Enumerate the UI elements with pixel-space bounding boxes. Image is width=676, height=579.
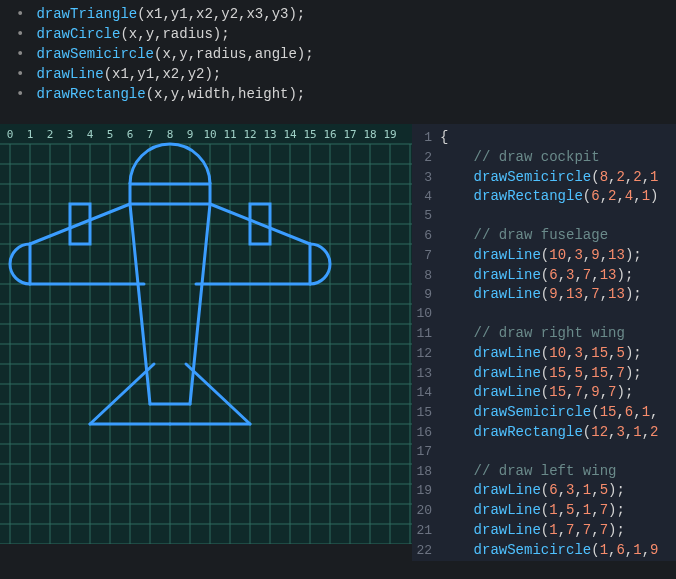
line-content: // draw fuselage — [440, 226, 608, 245]
ruler-label: 12 — [243, 128, 256, 141]
line-content: drawLine(10,3,9,13); — [440, 246, 642, 265]
api-fn-name: drawRectangle — [36, 86, 145, 102]
line-number: 1 — [412, 129, 440, 148]
ruler-label: 8 — [167, 128, 174, 141]
line-content: drawLine(10,3,15,5); — [440, 344, 642, 363]
line-number: 16 — [412, 424, 440, 443]
api-fn-signature: (x1,y1,x2,y2); — [104, 66, 222, 82]
line-content: // draw cockpit — [440, 148, 600, 167]
ruler-label: 1 — [27, 128, 34, 141]
line-content: drawLine(6,3,7,13); — [440, 266, 633, 285]
code-line[interactable]: 15 drawSemicircle(15,6,1, — [412, 403, 676, 423]
code-line[interactable]: 7 drawLine(10,3,9,13); — [412, 246, 676, 266]
api-item: drawRectangle(x,y,width,height); — [10, 84, 666, 104]
code-line[interactable]: 11 // draw right wing — [412, 324, 676, 344]
code-line[interactable]: 1{ — [412, 128, 676, 148]
line-number: 10 — [412, 305, 440, 324]
ruler-label: 15 — [303, 128, 316, 141]
line-content: drawLine(6,3,1,5); — [440, 481, 625, 500]
line-content: drawRectangle(6,2,4,1) — [440, 187, 658, 206]
api-item: drawLine(x1,y1,x2,y2); — [10, 64, 666, 84]
line-content: drawLine(15,7,9,7); — [440, 383, 633, 402]
ruler-label: 3 — [67, 128, 74, 141]
api-fn-signature: (x1,y1,x2,y2,x3,y3); — [137, 6, 305, 22]
line-number: 12 — [412, 345, 440, 364]
line-content: drawLine(1,7,7,7); — [440, 521, 625, 540]
line-number: 22 — [412, 542, 440, 561]
api-item: drawCircle(x,y,radius); — [10, 24, 666, 44]
line-number: 7 — [412, 247, 440, 266]
api-fn-name: drawCircle — [36, 26, 120, 42]
api-fn-signature: (x,y,width,height); — [146, 86, 306, 102]
code-line[interactable]: 2 // draw cockpit — [412, 148, 676, 168]
api-fn-name: drawTriangle — [36, 6, 137, 22]
line-content: drawSemicircle(8,2,2,1 — [440, 168, 658, 187]
ruler-label: 2 — [47, 128, 54, 141]
line-number: 15 — [412, 404, 440, 423]
ruler-label: 14 — [283, 128, 297, 141]
code-line[interactable]: 17 — [412, 443, 676, 462]
line-content: // draw left wing — [440, 462, 616, 481]
line-number: 20 — [412, 502, 440, 521]
code-line[interactable]: 19 drawLine(6,3,1,5); — [412, 481, 676, 501]
line-content: drawSemicircle(1,6,1,9 — [440, 541, 658, 560]
ruler-label: 5 — [107, 128, 114, 141]
line-content: { — [440, 128, 448, 147]
line-content: drawLine(1,5,1,7); — [440, 501, 625, 520]
line-content: // draw right wing — [440, 324, 625, 343]
line-number: 3 — [412, 169, 440, 188]
code-editor[interactable]: 1{2 // draw cockpit3 drawSemicircle(8,2,… — [412, 124, 676, 561]
code-line[interactable]: 9 drawLine(9,13,7,13); — [412, 285, 676, 305]
line-number: 8 — [412, 267, 440, 286]
ruler-label: 6 — [127, 128, 134, 141]
ruler-label: 9 — [187, 128, 194, 141]
ruler-label: 0 — [7, 128, 14, 141]
code-line[interactable]: 22 drawSemicircle(1,6,1,9 — [412, 541, 676, 561]
line-content: drawRectangle(12,3,1,2 — [440, 423, 658, 442]
code-line[interactable]: 4 drawRectangle(6,2,4,1) — [412, 187, 676, 207]
line-number: 19 — [412, 482, 440, 501]
code-line[interactable]: 3 drawSemicircle(8,2,2,1 — [412, 168, 676, 188]
ruler-label: 13 — [263, 128, 276, 141]
api-item: drawTriangle(x1,y1,x2,y2,x3,y3); — [10, 4, 666, 24]
drawing-canvas: 012345678910111213141516171819 — [0, 124, 412, 544]
api-item: drawSemicircle(x,y,radius,angle); — [10, 44, 666, 64]
line-number: 2 — [412, 149, 440, 168]
code-line[interactable]: 18 // draw left wing — [412, 462, 676, 482]
ruler-label: 17 — [343, 128, 356, 141]
ruler-label: 18 — [363, 128, 376, 141]
ruler-label: 11 — [223, 128, 236, 141]
line-number: 14 — [412, 384, 440, 403]
line-number: 6 — [412, 227, 440, 246]
line-content: drawLine(15,5,15,7); — [440, 364, 642, 383]
ruler-label: 4 — [87, 128, 94, 141]
svg-line-56 — [186, 364, 250, 424]
line-number: 13 — [412, 365, 440, 384]
code-line[interactable]: 14 drawLine(15,7,9,7); — [412, 383, 676, 403]
svg-line-58 — [90, 364, 154, 424]
ruler-label: 7 — [147, 128, 154, 141]
code-line[interactable]: 20 drawLine(1,5,1,7); — [412, 501, 676, 521]
code-line[interactable]: 21 drawLine(1,7,7,7); — [412, 521, 676, 541]
api-fn-signature: (x,y,radius,angle); — [154, 46, 314, 62]
code-line[interactable]: 12 drawLine(10,3,15,5); — [412, 344, 676, 364]
code-line[interactable]: 16 drawRectangle(12,3,1,2 — [412, 423, 676, 443]
api-fn-name: drawSemicircle — [36, 46, 154, 62]
line-number: 21 — [412, 522, 440, 541]
api-fn-signature: (x,y,radius); — [120, 26, 229, 42]
code-line[interactable]: 6 // draw fuselage — [412, 226, 676, 246]
workspace: 012345678910111213141516171819 1{2 // dr… — [0, 124, 676, 561]
line-number: 11 — [412, 325, 440, 344]
line-number: 18 — [412, 463, 440, 482]
line-number: 17 — [412, 443, 440, 462]
line-number: 5 — [412, 207, 440, 226]
ruler-label: 16 — [323, 128, 336, 141]
line-number: 9 — [412, 286, 440, 305]
code-line[interactable]: 13 drawLine(15,5,15,7); — [412, 364, 676, 384]
line-content: drawLine(9,13,7,13); — [440, 285, 642, 304]
code-line[interactable]: 5 — [412, 207, 676, 226]
code-line[interactable]: 8 drawLine(6,3,7,13); — [412, 266, 676, 286]
api-fn-name: drawLine — [36, 66, 103, 82]
code-line[interactable]: 10 — [412, 305, 676, 324]
ruler-label: 10 — [203, 128, 216, 141]
